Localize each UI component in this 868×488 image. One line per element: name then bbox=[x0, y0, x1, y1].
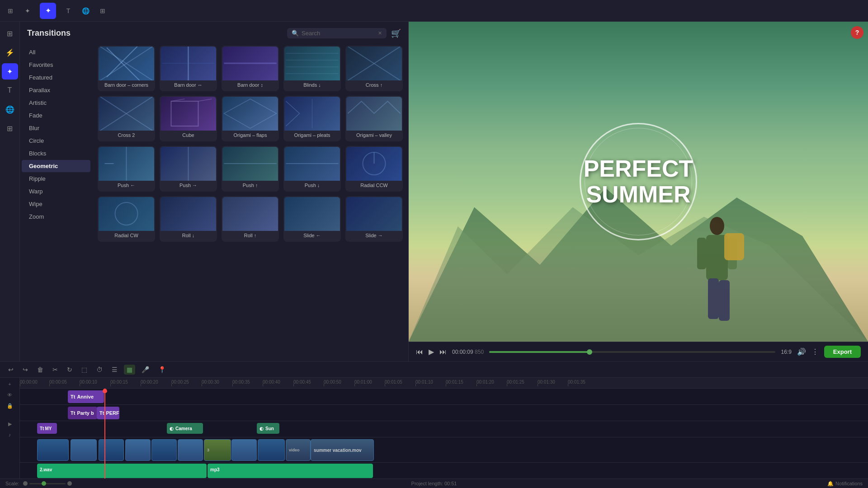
delete-button[interactable]: 🗑 bbox=[34, 365, 46, 375]
transitions-header: Transitions 🔍 ✕ 🛒 bbox=[20, 22, 408, 42]
nav-favorites[interactable]: Favorites bbox=[22, 59, 90, 71]
tl-lock[interactable]: 🔒 bbox=[4, 401, 16, 410]
transition-push-down[interactable]: Push ↓ bbox=[283, 146, 341, 192]
transition-label: Push → bbox=[160, 181, 216, 191]
magic-icon[interactable]: ✦ bbox=[23, 6, 33, 16]
clip-my[interactable]: Tt MY bbox=[37, 423, 57, 434]
clip-sun[interactable]: ◐ Sun bbox=[257, 423, 279, 434]
fast-forward-button[interactable]: ⏭ bbox=[439, 348, 447, 356]
timer-button[interactable]: ⏱ bbox=[94, 365, 105, 375]
scale-track[interactable] bbox=[29, 483, 66, 484]
apps-icon[interactable]: ⊞ bbox=[98, 6, 108, 16]
audio-clip-wav[interactable]: for(let i=0;i<187;i++){ const h = 4 + Ma… bbox=[37, 464, 207, 478]
transition-barn-vert[interactable]: Barn door ↕ bbox=[222, 46, 279, 91]
video-clip-6[interactable] bbox=[178, 439, 203, 461]
transition-radial-ccw[interactable]: Radial CCW bbox=[345, 146, 403, 192]
nav-wipe[interactable]: Wipe bbox=[22, 198, 90, 210]
nav-ripple[interactable]: Ripple bbox=[22, 173, 90, 185]
transition-barn-horiz[interactable]: Barn door ↔ bbox=[160, 46, 217, 91]
notifications[interactable]: 🔔 Notifications bbox=[827, 481, 863, 487]
undo-button[interactable]: ↩ bbox=[5, 365, 16, 375]
nav-warp[interactable]: Warp bbox=[22, 185, 90, 197]
nav-artistic[interactable]: Artistic bbox=[22, 97, 90, 109]
export-button[interactable]: Export bbox=[824, 346, 861, 358]
transition-cross1[interactable]: Cross ↑ bbox=[345, 46, 403, 91]
progress-thumb bbox=[587, 349, 592, 355]
transition-origami-flaps[interactable]: Origami – flaps bbox=[222, 96, 279, 141]
nav-parallax[interactable]: Parallax bbox=[22, 84, 90, 96]
crop-button[interactable]: ⬚ bbox=[79, 365, 90, 375]
rewind-button[interactable]: ⏮ bbox=[416, 348, 423, 356]
sidebar-icon-apps[interactable]: ⊞ bbox=[2, 120, 18, 136]
audio-clip-mp3[interactable]: for(let i=0;i<183;i++){ const h = 3 + Ma… bbox=[208, 464, 373, 478]
search-box[interactable]: 🔍 ✕ bbox=[287, 28, 387, 38]
transition-push-right[interactable]: Push → bbox=[160, 146, 217, 192]
transition-cross2[interactable]: Cross 2 bbox=[98, 96, 155, 141]
nav-fade[interactable]: Fade bbox=[22, 109, 90, 122]
effects-icon[interactable]: ✦ bbox=[40, 3, 56, 19]
video-clip-1[interactable] bbox=[37, 439, 69, 461]
video-clip-4[interactable] bbox=[125, 439, 151, 461]
video-clip-5[interactable] bbox=[151, 439, 177, 461]
redo-button[interactable]: ↪ bbox=[20, 365, 31, 375]
search-input[interactable] bbox=[302, 30, 375, 37]
clear-icon[interactable]: ✕ bbox=[378, 30, 382, 36]
transition-origami-pleats[interactable]: Origami – pleats bbox=[283, 96, 341, 141]
nav-circle[interactable]: Circle bbox=[22, 135, 90, 147]
clip-camera[interactable]: ◐ Camera bbox=[167, 423, 203, 434]
video-clip-8[interactable] bbox=[231, 439, 257, 461]
transition-push-left[interactable]: Push ← bbox=[98, 146, 155, 192]
mic-button[interactable]: 🎤 bbox=[139, 365, 152, 375]
sidebar-icon-effects[interactable]: ✦ bbox=[2, 63, 18, 80]
video-clip-3[interactable] bbox=[99, 439, 124, 461]
nav-all[interactable]: All bbox=[22, 46, 90, 58]
progress-bar[interactable] bbox=[489, 351, 775, 353]
globe-icon[interactable]: 🌐 bbox=[80, 6, 90, 16]
video-clip-9[interactable] bbox=[258, 439, 285, 461]
transition-push-up[interactable]: Push ↑ bbox=[222, 146, 279, 192]
video-clip-10[interactable]: video bbox=[286, 439, 311, 461]
transition-roll-down[interactable]: Roll ↓ bbox=[160, 196, 217, 242]
transition-radial-cw[interactable]: Radial CW bbox=[98, 196, 155, 242]
sidebar-icon-globe[interactable]: 🌐 bbox=[2, 101, 18, 117]
video-clip-end[interactable]: summer vacation.mov bbox=[311, 439, 374, 461]
transition-slide-left[interactable]: Slide ← bbox=[283, 196, 341, 242]
tl-add-track[interactable]: + bbox=[4, 380, 16, 389]
transition-blinds[interactable]: Blinds ↓ bbox=[283, 46, 341, 91]
nav-blur[interactable]: Blur bbox=[22, 122, 90, 134]
sidebar-icon-text[interactable]: T bbox=[2, 82, 18, 99]
clip-party[interactable]: Tt Party b bbox=[68, 407, 97, 419]
settings-button[interactable]: ⋮ bbox=[811, 347, 819, 356]
video-clip-7[interactable]: 3 bbox=[204, 439, 231, 461]
transition-barn-corners[interactable]: Barn door – corners bbox=[98, 46, 155, 91]
tl-audio-icon[interactable]: ♪ bbox=[4, 430, 16, 439]
transition-roll-up[interactable]: Roll ↑ bbox=[222, 196, 279, 242]
grid-icon[interactable]: ⊞ bbox=[5, 6, 15, 16]
nav-zoom[interactable]: Zoom bbox=[22, 211, 90, 223]
video-clip-2[interactable] bbox=[71, 439, 97, 461]
location-button[interactable]: 📍 bbox=[156, 365, 169, 375]
transition-origami-valley[interactable]: Origami – valley bbox=[345, 96, 403, 141]
play-button[interactable]: ▶ bbox=[429, 347, 434, 356]
nav-featured[interactable]: Featured bbox=[22, 71, 90, 84]
timeline-tracks[interactable]: 00:00:00 00:00:05 00:00:10 00:00:15 00:0… bbox=[20, 378, 868, 479]
transition-slide-right[interactable]: Slide → bbox=[345, 196, 403, 242]
transition-label: Slide ← bbox=[284, 231, 340, 241]
menu-button[interactable]: ☰ bbox=[109, 365, 120, 375]
tl-eye[interactable]: 👁 bbox=[4, 390, 16, 399]
clip-annive[interactable]: Tt Annive bbox=[68, 390, 104, 403]
help-button[interactable]: ? bbox=[851, 26, 863, 39]
nav-blocks[interactable]: Blocks bbox=[22, 147, 90, 160]
text-icon[interactable]: T bbox=[63, 6, 73, 16]
special-button[interactable]: ▦ bbox=[124, 365, 135, 375]
tl-video-icon[interactable]: ▶ bbox=[4, 419, 16, 428]
volume-button[interactable]: 🔊 bbox=[797, 347, 806, 356]
clip-perfe[interactable]: Tt PERFE bbox=[97, 407, 119, 419]
nav-geometric[interactable]: Geometric bbox=[22, 160, 90, 172]
transition-cube[interactable]: Cube bbox=[160, 96, 217, 141]
cart-icon[interactable]: 🛒 bbox=[391, 28, 401, 38]
cut-button[interactable]: ✂ bbox=[50, 365, 61, 375]
sidebar-icon-magic[interactable]: ⚡ bbox=[2, 44, 18, 61]
sidebar-icon-grid[interactable]: ⊞ bbox=[2, 25, 18, 42]
redo2-button[interactable]: ↻ bbox=[64, 365, 75, 375]
